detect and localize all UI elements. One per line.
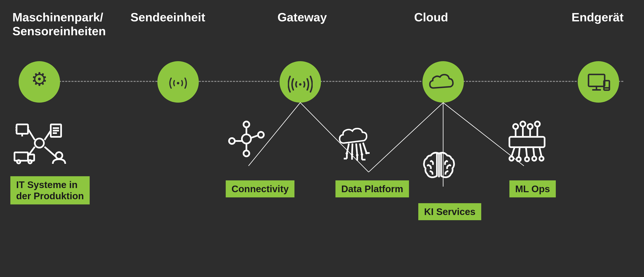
header-sende: Sendeeinheit: [130, 10, 205, 24]
connectivity-icon: [226, 118, 267, 160]
svg-point-82: [540, 157, 544, 161]
svg-point-13: [35, 139, 44, 148]
svg-line-25: [44, 131, 51, 140]
svg-line-20: [28, 129, 35, 140]
svg-line-42: [347, 143, 349, 153]
svg-line-73: [512, 147, 514, 157]
svg-point-72: [535, 122, 540, 126]
label-connectivity: Connectivity: [226, 180, 294, 197]
svg-rect-26: [14, 152, 28, 161]
header-endgeraet: Endgerät: [572, 10, 624, 24]
data-platform-icon: [336, 118, 381, 165]
header-cloud: Cloud: [414, 10, 448, 24]
svg-line-32: [44, 147, 56, 157]
ml-ops-icon: [503, 120, 551, 165]
svg-point-70: [520, 122, 525, 126]
svg-line-46: [363, 143, 366, 153]
label-it-systeme: IT Systeme in der Produktion: [10, 176, 90, 204]
svg-point-34: [244, 122, 249, 127]
header-gateway: Gateway: [278, 10, 327, 24]
svg-line-44: [356, 143, 357, 155]
horizontal-line: [37, 81, 623, 82]
svg-point-60: [430, 160, 432, 162]
svg-line-74: [519, 147, 520, 157]
svg-text:⚙: ⚙: [31, 70, 48, 90]
svg-point-61: [446, 160, 448, 162]
node-gateway: [280, 61, 321, 103]
svg-point-37: [258, 132, 264, 138]
node-maschinenpark: ⚙: [19, 61, 60, 103]
svg-line-76: [533, 147, 534, 157]
svg-point-29: [28, 160, 32, 163]
svg-point-36: [229, 138, 235, 144]
it-systems-icon: [12, 120, 66, 167]
svg-point-2: [299, 83, 302, 86]
svg-point-33: [242, 134, 251, 143]
svg-point-28: [17, 160, 20, 163]
svg-line-41: [251, 135, 258, 138]
svg-point-63: [450, 165, 451, 166]
svg-rect-14: [16, 124, 28, 134]
svg-point-78: [510, 157, 514, 161]
svg-point-71: [528, 124, 532, 129]
node-endgeraet: [578, 61, 619, 103]
svg-point-1: [177, 82, 179, 84]
svg-rect-3: [588, 74, 605, 87]
svg-rect-64: [510, 137, 544, 147]
svg-point-79: [517, 157, 521, 161]
svg-point-69: [513, 124, 518, 129]
svg-point-62: [427, 165, 428, 166]
svg-point-35: [244, 151, 249, 156]
node-cloud: [422, 61, 464, 103]
svg-line-75: [526, 147, 527, 157]
label-ml-ops: ML Ops: [510, 180, 556, 197]
node-sendeeinheit: [158, 61, 199, 103]
svg-line-77: [540, 147, 542, 157]
svg-line-43: [352, 143, 352, 154]
svg-point-81: [532, 157, 536, 161]
label-data-platform: Data Platform: [336, 180, 409, 197]
svg-line-45: [360, 143, 362, 154]
diagram-container: Maschinenpark/ Sensoreinheiten Sendeeinh…: [0, 0, 644, 277]
ki-services-icon: [418, 145, 460, 187]
svg-point-31: [56, 152, 62, 159]
svg-point-80: [525, 157, 529, 161]
label-ki-services: KI Services: [418, 203, 481, 220]
header-maschinen: Maschinenpark/ Sensoreinheiten: [12, 10, 106, 38]
